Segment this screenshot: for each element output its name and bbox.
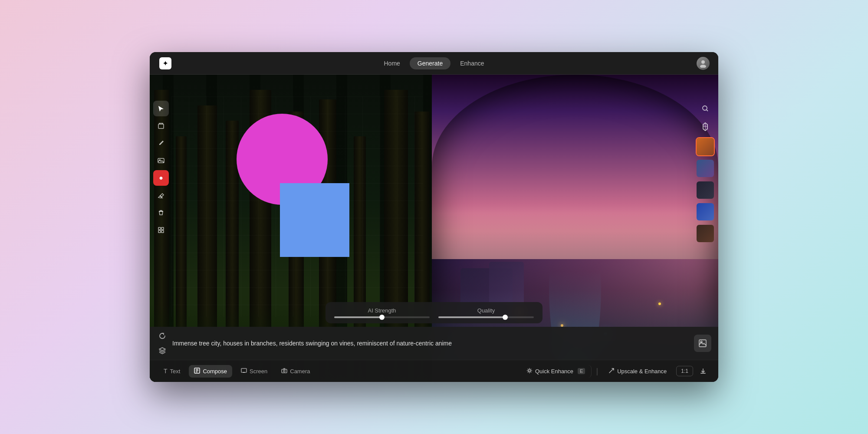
svg-point-9	[703, 106, 707, 110]
top-bar: ✦ Home Generate Enhance	[150, 52, 718, 75]
sliders-panel: AI Strength Quality	[326, 302, 542, 323]
svg-rect-13	[241, 368, 247, 372]
svg-point-16	[528, 369, 530, 372]
prompt-text[interactable]: Immense tree city, houses in branches, r…	[172, 339, 690, 348]
bottom-toolbar: T Text Compose	[150, 360, 718, 382]
layers-icon[interactable]	[157, 345, 168, 356]
svg-rect-2	[158, 124, 164, 128]
svg-rect-5	[158, 227, 161, 230]
search-icon[interactable]	[697, 101, 713, 116]
tab-home[interactable]: Home	[376, 57, 408, 69]
camera-tool-btn[interactable]: Camera	[276, 365, 315, 378]
prompt-icons	[157, 330, 168, 356]
canvas-area[interactable]: ●	[150, 75, 718, 382]
svg-rect-14	[282, 369, 287, 373]
svg-rect-7	[158, 230, 161, 233]
pen-tool[interactable]	[153, 135, 169, 151]
svg-point-1	[700, 65, 706, 68]
upscale-enhance-btn[interactable]: Upscale & Enhance	[602, 365, 673, 378]
image-tool[interactable]	[153, 153, 169, 168]
camera-icon	[281, 368, 287, 375]
eraser-tool[interactable]	[153, 187, 169, 203]
quality-slider[interactable]: Quality	[438, 307, 534, 318]
shape-rectangle[interactable]	[280, 183, 349, 257]
tab-generate[interactable]: Generate	[410, 57, 450, 69]
refresh-icon[interactable]	[157, 330, 168, 342]
quick-enhance-btn[interactable]: Quick Enhance E	[520, 365, 592, 378]
thumbnail-5[interactable]	[696, 224, 715, 243]
thumbnail-3[interactable]	[696, 181, 715, 200]
ai-strength-slider[interactable]: AI Strength	[334, 307, 430, 318]
cursor-tool[interactable]	[153, 101, 169, 116]
thumbnail-2[interactable]	[696, 159, 715, 178]
layers-tool[interactable]	[153, 118, 169, 134]
trash-tool[interactable]	[153, 205, 169, 220]
thumbnail-4[interactable]	[696, 202, 715, 221]
app-logo[interactable]: ✦	[158, 56, 172, 70]
left-toolbar: ●	[153, 101, 172, 238]
compose-tool-btn[interactable]: Compose	[189, 365, 232, 378]
app-window: ✦ Home Generate Enhance	[150, 52, 718, 382]
bottom-panel: Immense tree city, houses in branches, r…	[150, 327, 718, 382]
user-avatar[interactable]	[697, 57, 710, 70]
upscale-icon	[608, 368, 615, 375]
text-icon: T	[164, 368, 168, 375]
right-sidebar	[696, 101, 715, 243]
ratio-btn[interactable]: 1:1	[676, 366, 693, 376]
screen-icon	[241, 368, 247, 375]
prompt-area: Immense tree city, houses in branches, r…	[150, 327, 718, 360]
svg-rect-6	[161, 227, 164, 230]
svg-point-0	[701, 60, 705, 64]
reference-image-btn[interactable]	[694, 335, 711, 352]
svg-point-15	[283, 370, 285, 372]
text-tool-btn[interactable]: T Text	[158, 365, 185, 377]
add-icon[interactable]	[697, 119, 713, 135]
compose-icon	[194, 368, 200, 375]
nav-tabs: Home Generate Enhance	[376, 57, 492, 69]
svg-rect-8	[161, 230, 164, 233]
screen-tool-btn[interactable]: Screen	[236, 365, 273, 378]
enhance-icon	[526, 368, 533, 375]
export-tool[interactable]	[153, 222, 169, 238]
tab-enhance[interactable]: Enhance	[452, 57, 492, 69]
thumbnail-1[interactable]	[696, 137, 715, 156]
record-tool[interactable]: ●	[153, 170, 169, 186]
download-btn[interactable]	[697, 365, 710, 378]
